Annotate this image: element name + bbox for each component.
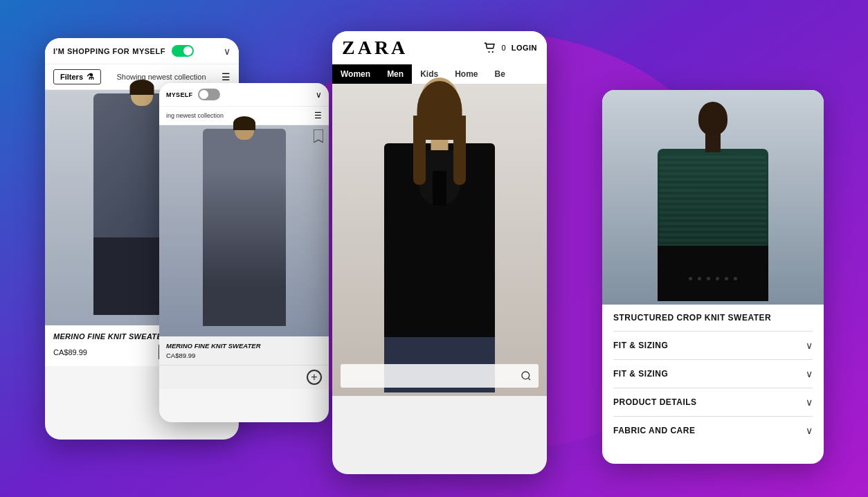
zara-logo: ZARA	[342, 37, 408, 59]
phone2-product-info: MERINO FINE KNIT SWEATER CA$89.99	[159, 336, 329, 365]
accordion-label-1: FIT & SIZING	[613, 341, 668, 350]
filters-button[interactable]: Filters ⚗	[53, 69, 101, 84]
header-chevron-icon[interactable]: ∨	[224, 46, 230, 57]
product-name-2: MERINO FINE KNIT SWEATER	[166, 342, 322, 350]
phone1-header: I'M SHOPPING FOR MYSELF ∨	[45, 38, 239, 64]
right-product-card: STRUCTURED CROP KNIT SWEATER FIT & SIZIN…	[602, 90, 824, 464]
phone2-model-hair	[233, 116, 255, 130]
accordion-label-4: FABRIC AND CARE	[613, 426, 695, 435]
phone2-shopping-label: MYSELF	[166, 91, 192, 98]
zara-cart-area: 0 LOGIN	[484, 42, 537, 53]
product-price-2: CA$89.99	[166, 352, 322, 359]
phone2-chevron-icon[interactable]: ∨	[316, 90, 322, 100]
accordion-chevron-4: ∨	[806, 425, 813, 436]
zara-search-bar[interactable]	[341, 364, 539, 388]
nav-home[interactable]: Home	[446, 64, 486, 84]
svg-point-4	[522, 372, 530, 379]
right-head	[698, 102, 727, 135]
svg-point-3	[491, 51, 493, 53]
login-button[interactable]: LOGIN	[512, 44, 537, 52]
zara-hair	[417, 81, 462, 140]
accordion-fit-sizing-1[interactable]: FIT & SIZING ∨	[613, 331, 813, 359]
filter-icon: ⚗	[87, 72, 94, 82]
nav-be[interactable]: Be	[486, 64, 513, 84]
phone2-header: MYSELF ∨	[159, 83, 329, 107]
showing-label: Showing newest collection	[116, 73, 206, 81]
shopping-for-label: I'M SHOPPING FOR	[53, 47, 129, 55]
phone2-showing-label: ing newest collection	[166, 112, 224, 119]
phone2-toggle[interactable]	[198, 89, 220, 100]
accordion-label-3: PRODUCT DETAILS	[613, 397, 697, 407]
search-icon	[521, 370, 532, 381]
skirt-buttons	[689, 277, 737, 280]
zara-main-image	[332, 84, 547, 396]
cart-count: 0	[502, 44, 506, 52]
zara-header: ZARA 0 LOGIN	[332, 31, 547, 64]
phone2-bookmark-icon[interactable]	[314, 129, 323, 145]
accordion-product-details[interactable]: PRODUCT DETAILS ∨	[613, 388, 813, 416]
accordion-chevron-2: ∨	[806, 368, 813, 379]
right-skirt	[658, 246, 768, 301]
shopping-for-value: MYSELF	[132, 47, 165, 55]
phone2-product-image	[159, 125, 329, 336]
right-neck	[705, 133, 721, 152]
svg-point-2	[488, 51, 489, 53]
accordion-fabric-care[interactable]: FABRIC AND CARE ∨	[613, 416, 813, 444]
phone2-sort-icon[interactable]: ☰	[314, 111, 322, 120]
zara-phone: ZARA 0 LOGIN Women Men Kids Home Be	[332, 31, 547, 474]
right-product-image	[602, 90, 824, 305]
product-price-1: CA$89.99	[53, 348, 87, 356]
accordion-label-2: FIT & SIZING	[613, 369, 668, 379]
right-product-title: STRUCTURED CROP KNIT SWEATER	[613, 313, 813, 323]
right-card-info: STRUCTURED CROP KNIT SWEATER FIT & SIZIN…	[602, 305, 824, 453]
shopping-toggle[interactable]	[172, 45, 194, 57]
filters-label: Filters	[60, 73, 83, 81]
phone2-bottom-row: +	[159, 365, 329, 389]
phone-card-2: MYSELF ∨ ing newest collection ☰ MERINO …	[159, 83, 329, 422]
svg-marker-1	[314, 129, 323, 143]
model-hair	[130, 80, 154, 95]
accordion-fit-sizing-2[interactable]: FIT & SIZING ∨	[613, 359, 813, 388]
nav-men[interactable]: Men	[379, 64, 412, 84]
accordion-chevron-3: ∨	[806, 397, 813, 408]
nav-women[interactable]: Women	[332, 64, 379, 84]
product-figure-2	[203, 129, 286, 326]
accordion-chevron-1: ∨	[806, 340, 813, 351]
phone2-add-button[interactable]: +	[307, 370, 322, 385]
sort-icon[interactable]: ☰	[221, 71, 230, 82]
zara-bow	[433, 171, 446, 206]
cart-icon[interactable]	[484, 42, 496, 53]
